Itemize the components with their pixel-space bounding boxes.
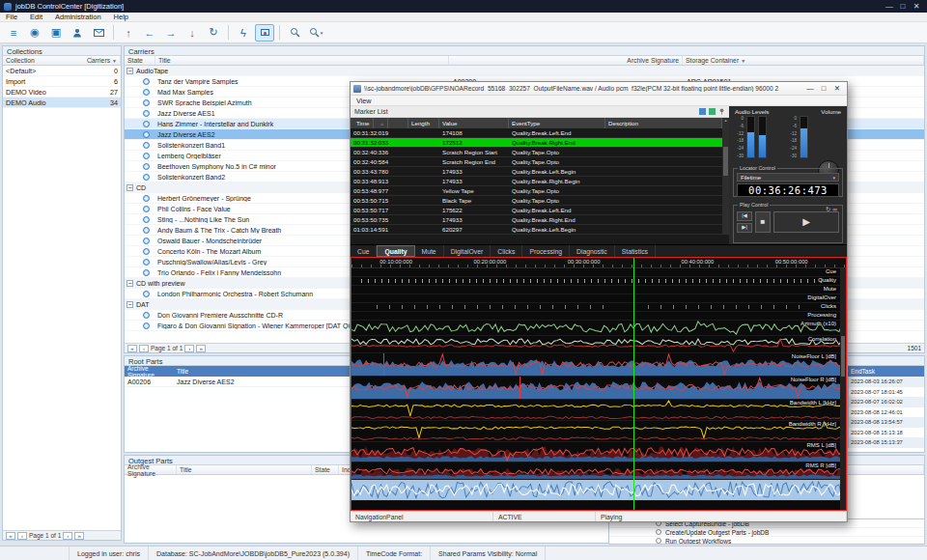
quick-actions-icon[interactable]: ϟ xyxy=(234,24,253,42)
refresh-icon[interactable]: ↻ xyxy=(204,24,223,42)
zoom-icon[interactable]: ▾ xyxy=(306,24,325,42)
radio-icon[interactable] xyxy=(656,538,661,544)
filetime-select[interactable]: Filetime ▾ xyxy=(737,173,839,182)
carrier-row[interactable]: − AudioTape xyxy=(125,66,924,76)
marker-row[interactable]: 00:53:50:717 175622 Quality.Break.Left.E… xyxy=(351,206,722,215)
prev-page-button[interactable]: ‹ xyxy=(17,532,27,540)
group-collapse-icon[interactable]: − xyxy=(126,301,133,308)
repeat-infinite-icon[interactable]: ∞ xyxy=(832,206,839,212)
group-collapse-icon[interactable]: − xyxy=(126,68,133,74)
column-title[interactable]: Title xyxy=(155,56,449,65)
marker-row[interactable]: 00:33:48:913 174933 Quality.Break.Right.… xyxy=(351,177,722,186)
import-icon[interactable]: ↑ xyxy=(119,24,138,42)
marker-filter-icon[interactable] xyxy=(699,108,706,115)
marker-row[interactable]: 00:53:50:735 174933 Quality.Break.Right.… xyxy=(351,215,722,225)
workflow-item[interactable]: Run Outgest Workflows xyxy=(609,537,924,545)
column-endtask[interactable]: EndTask xyxy=(849,368,924,375)
column-title[interactable]: Title xyxy=(177,465,312,474)
first-page-button[interactable]: « xyxy=(6,532,15,540)
minimize-icon[interactable]: — xyxy=(883,2,896,11)
column-value[interactable]: Value xyxy=(439,118,509,128)
task-row[interactable]: 2023-08-08 15:13:37 xyxy=(849,437,924,448)
navigate-forward-icon[interactable]: → xyxy=(161,24,181,42)
tab[interactable]: Clicks xyxy=(491,245,522,257)
player-maximize-icon[interactable]: □ xyxy=(817,84,830,93)
column-carriers[interactable]: Carriers▼ xyxy=(92,56,121,65)
manage-icon[interactable]: ◉ xyxy=(25,24,44,42)
marker-columns-icon[interactable] xyxy=(709,108,716,115)
stop-button[interactable]: ■ xyxy=(755,211,771,233)
column-length[interactable]: Length xyxy=(408,118,439,128)
search-icon[interactable] xyxy=(285,24,304,42)
task-row[interactable]: 2023-08-08 13:54:57 xyxy=(849,417,924,428)
workflow-item[interactable]: Create/Update Outgest Parts - jobDB xyxy=(609,528,924,537)
radio-icon[interactable] xyxy=(656,529,661,535)
task-row[interactable]: 2023-08-07 16:02:02 xyxy=(849,397,924,407)
column-archive-signature[interactable]: Archive Signature xyxy=(125,365,177,378)
marker-row[interactable]: 00:31:32:033 172512 Quality.Break.Right.… xyxy=(351,138,722,148)
volume-slider[interactable] xyxy=(800,116,808,158)
menu-item[interactable]: Edit xyxy=(30,13,42,21)
menu-item[interactable]: Administration xyxy=(55,13,101,21)
first-page-button[interactable]: « xyxy=(127,345,137,352)
maximize-icon[interactable]: □ xyxy=(896,2,910,11)
playhead[interactable] xyxy=(633,258,634,510)
next-page-button[interactable]: › xyxy=(63,532,72,540)
send-icon[interactable] xyxy=(89,24,108,42)
download-icon[interactable]: ↓ xyxy=(183,24,202,42)
column-archive-signature[interactable]: Archive Signature xyxy=(125,465,177,474)
task-row[interactable]: 2023-08-03 16:26:07 xyxy=(849,377,924,387)
task-row[interactable]: 2023-08-08 12:46:01 xyxy=(849,407,924,418)
app-menu-icon[interactable]: ≡ xyxy=(4,24,23,42)
save-icon[interactable]: ▣ xyxy=(46,24,66,42)
prev-page-button[interactable]: ‹ xyxy=(139,345,149,352)
marker-row[interactable]: 00:32:40:336 Scratch Region Start Qualit… xyxy=(351,148,722,157)
marker-row[interactable]: 00:32:40:584 Scratch Region End Quality.… xyxy=(351,157,722,167)
pin-icon[interactable] xyxy=(718,108,725,115)
tab[interactable]: Cue xyxy=(351,245,377,257)
column-archive-signature[interactable]: Archive Signature xyxy=(449,56,683,65)
task-row[interactable]: 2023-08-07 18:01:45 xyxy=(849,387,924,398)
tab[interactable]: Mute xyxy=(415,245,444,257)
tab[interactable]: Statistics xyxy=(615,245,656,257)
group-collapse-icon[interactable]: − xyxy=(126,184,133,191)
marker-scrollbar[interactable]: ▲ xyxy=(722,118,729,235)
column-state[interactable]: State xyxy=(312,465,339,474)
waveform-area[interactable]: 00:10:00:000 00:20:00:000 00:30:00:000 0… xyxy=(351,257,847,511)
collection-row[interactable]: DEMO Video 27 xyxy=(3,87,121,98)
timeline-ruler[interactable]: 00:10:00:000 00:20:00:000 00:30:00:000 0… xyxy=(351,258,846,268)
tab[interactable]: DigitalOver xyxy=(444,245,492,257)
marker-row[interactable]: 00:31:32:019 174108 Quality.Break.Left.E… xyxy=(351,128,722,138)
column-time[interactable]: Time ▲ xyxy=(351,118,408,128)
marker-row[interactable]: 00:33:43:780 174933 Quality.Break.Left.B… xyxy=(351,167,722,177)
play-button[interactable]: ▶ xyxy=(773,211,839,233)
last-page-button[interactable]: » xyxy=(196,345,206,352)
column-state[interactable]: State xyxy=(125,56,155,65)
navigate-back-icon[interactable]: ← xyxy=(140,24,159,42)
collection-row[interactable]: DEMO Audio 34 xyxy=(3,98,121,108)
column-storage-container[interactable]: Storage Container▼ xyxy=(683,56,924,65)
tab[interactable]: Processing xyxy=(522,245,570,257)
player-close-icon[interactable]: ✕ xyxy=(830,84,844,93)
marker-row[interactable]: 00:53:50:715 Black Tape Quality.Tape.Opt… xyxy=(351,196,722,206)
last-page-button[interactable]: » xyxy=(74,532,84,540)
marker-row[interactable]: 00:53:48:977 Yellow Tape Quality.Tape.Op… xyxy=(351,186,722,196)
go-end-button[interactable]: ▶| xyxy=(737,223,752,233)
column-eventtype[interactable]: EventType xyxy=(509,118,605,128)
collection-row[interactable]: Import 6 xyxy=(3,76,121,87)
marker-row[interactable]: 01:03:14:591 620297 Quality.Break.Left.B… xyxy=(351,225,722,235)
menu-item[interactable]: File xyxy=(6,13,17,21)
capture-icon[interactable] xyxy=(255,24,274,42)
player-titlebar[interactable]: \\sc-jobandmore\jobDB\GFPS\NOARecord_551… xyxy=(351,82,847,96)
waveform-overview[interactable] xyxy=(351,480,846,501)
go-start-button[interactable]: |◀ xyxy=(737,211,752,221)
collection-row[interactable]: <Default> 0 xyxy=(3,66,121,76)
player-minimize-icon[interactable]: — xyxy=(803,84,817,93)
tab[interactable]: Quality xyxy=(377,245,414,257)
menu-item-view[interactable]: View xyxy=(356,97,371,105)
column-collection[interactable]: Collection xyxy=(3,56,92,65)
tab[interactable]: Diagnostic xyxy=(570,245,615,257)
column-description[interactable]: Description xyxy=(605,118,722,128)
next-page-button[interactable]: › xyxy=(184,345,194,352)
close-icon[interactable]: ✕ xyxy=(910,2,923,11)
